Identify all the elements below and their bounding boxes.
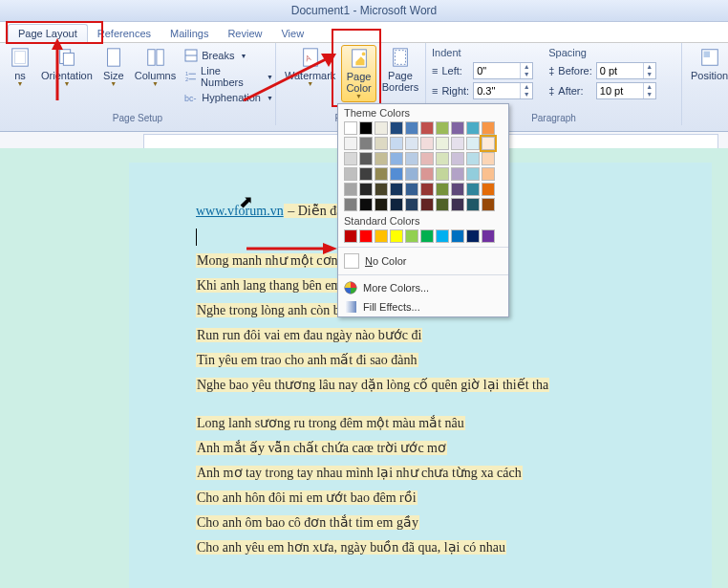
theme-swatch[interactable] bbox=[390, 167, 403, 181]
theme-swatch[interactable] bbox=[482, 137, 495, 150]
theme-swatch[interactable] bbox=[375, 121, 388, 135]
margins-button[interactable]: ns ▼ bbox=[5, 45, 35, 89]
spacing-header: Spacing bbox=[548, 47, 656, 59]
theme-swatch[interactable] bbox=[344, 152, 357, 165]
theme-swatch[interactable] bbox=[375, 183, 388, 196]
theme-swatch[interactable] bbox=[359, 152, 373, 165]
tab-page-layout[interactable]: Page Layout bbox=[8, 24, 88, 42]
indent-right-icon: ≡ bbox=[432, 85, 438, 97]
standard-swatch[interactable] bbox=[482, 229, 495, 243]
theme-swatch[interactable] bbox=[344, 121, 357, 135]
theme-swatch[interactable] bbox=[482, 198, 495, 211]
standard-swatch[interactable] bbox=[466, 229, 480, 243]
theme-swatch[interactable] bbox=[466, 167, 480, 181]
theme-swatch[interactable] bbox=[375, 137, 388, 150]
standard-swatch[interactable] bbox=[420, 229, 434, 243]
theme-swatch[interactable] bbox=[359, 167, 373, 181]
size-button[interactable]: Size ▼ bbox=[98, 45, 129, 89]
theme-swatch[interactable] bbox=[482, 121, 495, 135]
watermark-button[interactable]: A Watermark ▼ bbox=[281, 45, 339, 89]
standard-swatch[interactable] bbox=[359, 229, 373, 243]
theme-swatch[interactable] bbox=[344, 137, 357, 150]
breaks-button[interactable]: Breaks▼ bbox=[184, 49, 273, 62]
theme-swatch[interactable] bbox=[451, 167, 464, 181]
theme-swatch[interactable] bbox=[482, 183, 495, 196]
doc-line: Cho anh ôm bao cô đơn thắt tim em gầy bbox=[196, 515, 419, 530]
theme-swatch[interactable] bbox=[466, 121, 480, 135]
indent-right-input[interactable]: ▲▼ bbox=[473, 82, 533, 99]
theme-swatch[interactable] bbox=[390, 198, 403, 211]
no-color-item[interactable]: No Color bbox=[338, 250, 508, 272]
indent-left-input[interactable]: ▲▼ bbox=[473, 62, 533, 79]
theme-swatch[interactable] bbox=[405, 167, 418, 181]
theme-swatch[interactable] bbox=[436, 183, 449, 196]
theme-swatch[interactable] bbox=[375, 152, 388, 165]
fill-effects-item[interactable]: Fill Effects... bbox=[338, 297, 508, 316]
theme-swatch[interactable] bbox=[482, 152, 495, 165]
theme-swatch[interactable] bbox=[405, 137, 418, 150]
theme-swatch[interactable] bbox=[466, 152, 480, 165]
theme-swatch[interactable] bbox=[451, 137, 464, 150]
theme-swatch[interactable] bbox=[375, 198, 388, 211]
theme-swatch[interactable] bbox=[436, 152, 449, 165]
theme-swatch[interactable] bbox=[466, 137, 480, 150]
theme-swatch[interactable] bbox=[405, 198, 418, 211]
standard-swatch[interactable] bbox=[344, 229, 357, 243]
theme-swatch[interactable] bbox=[420, 167, 434, 181]
theme-swatch[interactable] bbox=[420, 152, 434, 165]
theme-swatch[interactable] bbox=[420, 198, 434, 211]
theme-swatch[interactable] bbox=[451, 198, 464, 211]
theme-swatch[interactable] bbox=[420, 183, 434, 196]
theme-swatch[interactable] bbox=[436, 121, 449, 135]
spacing-after-input[interactable]: ▲▼ bbox=[596, 82, 656, 99]
hyphenation-button[interactable]: bc- Hyphenation▼ bbox=[184, 91, 273, 104]
standard-swatch[interactable] bbox=[436, 229, 449, 243]
tab-references[interactable]: References bbox=[88, 25, 161, 42]
svg-rect-3 bbox=[63, 53, 74, 65]
theme-swatch[interactable] bbox=[420, 121, 434, 135]
page-borders-button[interactable]: Page Borders bbox=[378, 45, 423, 95]
theme-swatch[interactable] bbox=[390, 152, 403, 165]
theme-swatch[interactable] bbox=[420, 137, 434, 150]
standard-swatch[interactable] bbox=[390, 229, 403, 243]
theme-swatch[interactable] bbox=[466, 198, 480, 211]
theme-swatch[interactable] bbox=[390, 121, 403, 135]
theme-swatch[interactable] bbox=[451, 183, 464, 196]
more-colors-item[interactable]: More Colors... bbox=[338, 278, 508, 297]
theme-swatch[interactable] bbox=[344, 198, 357, 211]
theme-swatch[interactable] bbox=[375, 167, 388, 181]
theme-swatch[interactable] bbox=[466, 183, 480, 196]
theme-swatch[interactable] bbox=[451, 152, 464, 165]
theme-swatch[interactable] bbox=[405, 152, 418, 165]
theme-swatch[interactable] bbox=[359, 183, 373, 196]
theme-swatch[interactable] bbox=[359, 137, 373, 150]
theme-swatch[interactable] bbox=[436, 198, 449, 211]
line-numbers-button[interactable]: 12 Line Numbers▼ bbox=[184, 65, 273, 88]
standard-swatch[interactable] bbox=[405, 229, 418, 243]
doc-link[interactable]: www.vforum.vn bbox=[196, 204, 284, 218]
position-button[interactable]: Position bbox=[687, 45, 728, 83]
theme-swatch[interactable] bbox=[359, 198, 373, 211]
standard-swatch[interactable] bbox=[375, 229, 388, 243]
tab-view[interactable]: View bbox=[271, 25, 313, 42]
theme-swatch[interactable] bbox=[359, 121, 373, 135]
theme-swatch[interactable] bbox=[344, 167, 357, 181]
columns-button[interactable]: Columns ▼ bbox=[131, 45, 180, 89]
theme-swatch[interactable] bbox=[344, 183, 357, 196]
theme-swatch[interactable] bbox=[436, 167, 449, 181]
standard-swatch[interactable] bbox=[451, 229, 464, 243]
spacing-before-input[interactable]: ▲▼ bbox=[596, 62, 656, 79]
page-color-button[interactable]: Page Color ▼ bbox=[341, 45, 375, 102]
spacing-before-icon: ‡ bbox=[548, 65, 554, 76]
tab-mailings[interactable]: Mailings bbox=[161, 25, 218, 42]
theme-swatch[interactable] bbox=[390, 137, 403, 150]
theme-swatch[interactable] bbox=[405, 121, 418, 135]
theme-swatch[interactable] bbox=[405, 183, 418, 196]
hyphenation-label: Hyphenation bbox=[202, 92, 261, 103]
theme-swatch[interactable] bbox=[436, 137, 449, 150]
theme-swatch[interactable] bbox=[390, 183, 403, 196]
orientation-button[interactable]: Orientation ▼ bbox=[37, 45, 96, 89]
theme-swatch[interactable] bbox=[482, 167, 495, 181]
theme-swatch[interactable] bbox=[451, 121, 464, 135]
tab-review[interactable]: Review bbox=[218, 25, 271, 42]
